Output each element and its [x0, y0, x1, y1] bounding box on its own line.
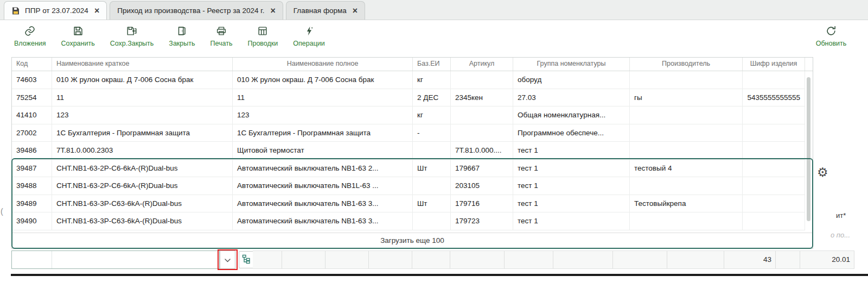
document-save-icon	[11, 7, 20, 15]
quick-entry-combo	[11, 250, 220, 269]
button-label: Сохр.Закрыть	[110, 40, 154, 47]
table-cell: кг	[413, 106, 451, 124]
vertical-scrollbar[interactable]	[807, 72, 811, 232]
quick-name-input[interactable]	[52, 251, 219, 268]
bottom-grid-cell	[613, 251, 667, 268]
truncated-placeholder-text: о по...	[831, 231, 850, 239]
table-row[interactable]: 39488CHT.NB1-63-2P-C6-6kA-(R)Dual-busАвт…	[12, 177, 813, 195]
hierarchy-view-button[interactable]	[239, 251, 254, 268]
tab-label: Приход из производства - Реестр за 2024 …	[117, 7, 264, 15]
table-cell: Автоматический выключатель NB1-63 3...	[233, 212, 413, 230]
tab-close-icon[interactable]: ×	[94, 7, 99, 15]
table-cell: 179716	[451, 195, 513, 213]
column-header-group[interactable]: Группа номенклатуры	[513, 58, 630, 71]
column-header-full-name[interactable]: Наименование полное	[233, 58, 413, 71]
table-cell	[413, 142, 451, 160]
table-cell: тестовый 4	[630, 160, 743, 178]
table-cell: CHT.NB1-63-2P-C6-6kA-(R)Dual-bus	[52, 177, 233, 195]
table-row[interactable]: 7525411112 ДЕС2345кен27.03гы543555555555…	[12, 89, 813, 107]
button-label: Печать	[210, 40, 233, 47]
table-cell: гы	[630, 89, 743, 107]
table-cell: 010 Ж рулон окраш. Д 7-006 Сосна брак	[233, 71, 413, 89]
tab-prihod-registry[interactable]: Приход из производства - Реестр за 2024 …	[110, 1, 283, 20]
close-button[interactable]: Закрыть	[169, 24, 195, 47]
table-cell: 27.03	[513, 89, 630, 107]
bottom-grid-cell	[553, 251, 613, 268]
table-cell	[630, 71, 743, 89]
refresh-icon	[825, 24, 837, 37]
bottom-divider	[11, 274, 868, 276]
table-row[interactable]: 270021С Бухгалтерия - Программная защита…	[12, 124, 813, 142]
table-cell: 2 ДЕС	[413, 89, 451, 107]
bottom-grid-cell	[369, 251, 412, 268]
refresh-button[interactable]: Обновить	[812, 24, 850, 47]
table-cell: Тестовыйкрепа	[630, 195, 743, 213]
save-close-icon	[126, 24, 138, 37]
table-row[interactable]: 39489CHT.NB1-63-3P-C63-6kA-(R)Dual-busАв…	[12, 195, 813, 213]
postings-button[interactable]: Проводки	[247, 24, 278, 47]
operations-button[interactable]: Операции	[293, 24, 324, 47]
table-cell	[743, 212, 805, 230]
table-header-row: Код Наименование краткое Наименование по…	[12, 58, 813, 71]
column-header-short-name[interactable]: Наименование краткое	[52, 58, 233, 71]
load-more-button[interactable]: Загрузить еще 100	[12, 233, 813, 248]
table-row[interactable]: 39490CHT.NB1-63-3P-C63-6kA-(R)Dual-busАв…	[12, 212, 813, 230]
table-cell	[451, 71, 513, 89]
table-cell: 39490	[12, 212, 52, 230]
table-cell: 010 Ж рулон окраш. Д 7-006 Сосна брак	[52, 71, 233, 89]
table-row[interactable]: 74603010 Ж рулон окраш. Д 7-006 Сосна бр…	[12, 71, 813, 89]
table-cell: 39489	[12, 195, 52, 213]
table-cell: Программное обеспече...	[513, 124, 630, 142]
table-cell	[451, 124, 513, 142]
table-cell: 203105	[451, 177, 513, 195]
tab-close-icon[interactable]: ×	[353, 7, 358, 15]
save-button[interactable]: Сохранить	[61, 24, 95, 47]
bottom-grid-row: 4320.01	[253, 250, 854, 269]
combo-dropdown-button[interactable]	[220, 250, 235, 269]
column-header-base-unit[interactable]: Баз.ЕИ	[413, 58, 451, 71]
tab-close-icon[interactable]: ×	[270, 7, 275, 15]
toolbar: Вложения Сохранить Сохр.Закрыть Закрыть	[0, 21, 868, 55]
bottom-grid-cell	[282, 251, 326, 268]
table-cell: 74603	[12, 71, 52, 89]
table-row[interactable]: 41410123123кгОбщая номенклатурная...	[12, 106, 813, 124]
table-cell	[413, 212, 451, 230]
table-cell: Шт	[413, 195, 451, 213]
table-cell: Щитовой термостат	[233, 142, 413, 160]
bottom-grid-cell	[505, 251, 553, 268]
bottom-grid-cell	[776, 251, 800, 268]
column-header-manufacturer[interactable]: Производитель	[630, 58, 743, 71]
column-header-article[interactable]: Артикул	[451, 58, 513, 71]
table-cell: 41410	[12, 106, 52, 124]
table-cell: оборуд	[513, 71, 630, 89]
button-label: Проводки	[247, 40, 278, 47]
left-edge-handle[interactable]: (	[1, 207, 3, 216]
bottom-grid-cell	[667, 251, 724, 268]
table-cell: 39488	[12, 177, 52, 195]
door-close-icon	[176, 24, 188, 37]
quick-code-input[interactable]	[12, 251, 52, 268]
column-header-product-code[interactable]: Шифр изделия	[743, 58, 805, 71]
table-row[interactable]: 394867Т.81.0.000.2303Щитовой термостат7Т…	[12, 142, 813, 160]
tab-main-form[interactable]: Главная форма ×	[286, 1, 365, 20]
button-label: Закрыть	[169, 40, 195, 47]
button-label: Обновить	[816, 40, 847, 47]
column-header-code[interactable]: Код	[12, 58, 52, 71]
scrollbar-thumb[interactable]	[807, 77, 810, 221]
table-cell: тест 1	[513, 212, 630, 230]
table-cell	[743, 195, 805, 213]
gear-icon[interactable]: ⚙	[817, 166, 828, 179]
table-row[interactable]: 39487CHT.NB1-63-2P-C6-6kA-(R)Dual-busАвт…	[12, 160, 813, 178]
table-cell: 39487	[12, 160, 52, 178]
bottom-grid-cell	[412, 251, 450, 268]
save-close-button[interactable]: Сохр.Закрыть	[110, 24, 154, 47]
table-cell: 1С Бухгалтерия - Программная защита	[233, 124, 413, 142]
table-cell: 7Т.81.0.000.2303	[52, 142, 233, 160]
table-cell: 39486	[12, 142, 52, 160]
table-cell: тест 1	[513, 177, 630, 195]
table-cell: кг	[413, 71, 451, 89]
print-button[interactable]: Печать	[210, 24, 233, 47]
attachments-button[interactable]: Вложения	[14, 24, 46, 47]
bottom-grid-cell	[450, 251, 505, 268]
tab-ppr-document[interactable]: ППР от 23.07.2024 ×	[4, 1, 107, 20]
